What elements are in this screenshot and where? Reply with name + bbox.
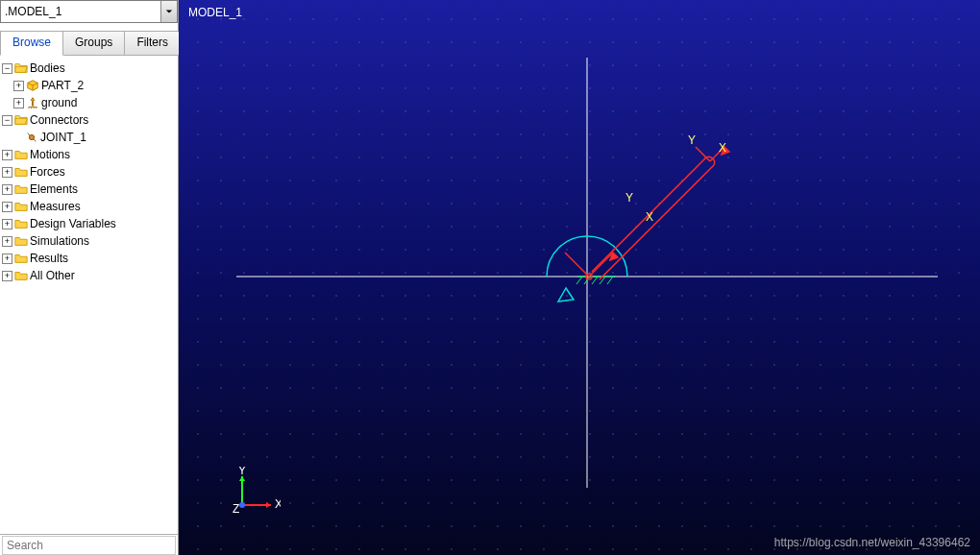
sidebar-tabs: Browse Groups Filters (0, 31, 178, 56)
tree-label: Results (30, 252, 68, 265)
folder-open-icon (14, 61, 28, 75)
tree-label: Motions (30, 148, 70, 161)
folder-closed-icon (14, 217, 28, 230)
tree-node-results[interactable]: + Results (2, 250, 178, 267)
tree-expander[interactable]: + (13, 81, 24, 91)
view-triad: X Y Z (233, 467, 281, 515)
folder-closed-icon (14, 200, 28, 213)
model-tree[interactable]: − Bodies + PART_2 + ground (0, 56, 178, 534)
svg-line-7 (592, 277, 598, 284)
tree-label: PART_2 (41, 79, 84, 92)
tree-node-joint1[interactable]: JOINT_1 (2, 129, 178, 146)
tree-expander[interactable]: + (2, 184, 12, 195)
svg-text:X: X (646, 210, 653, 224)
watermark: https://blog.csdn.net/weixin_43396462 (774, 536, 970, 549)
folder-closed-icon (14, 252, 28, 265)
tree-label: Simulations (30, 234, 89, 248)
tree-label: Elements (30, 182, 78, 196)
tree-expander[interactable]: + (13, 98, 24, 109)
svg-text:X: X (719, 141, 726, 155)
tab-filters[interactable]: Filters (125, 32, 181, 56)
tree-node-part2[interactable]: + PART_2 (2, 77, 178, 94)
scene-overlay: Y X Y X (179, 0, 980, 555)
tree-node-ground[interactable]: + ground (2, 94, 178, 111)
triad-y-label: Y (238, 467, 246, 477)
model-select-input[interactable] (1, 5, 160, 18)
tab-groups[interactable]: Groups (63, 32, 125, 56)
tree-node-simulations[interactable]: + Simulations (2, 232, 178, 250)
search-row (0, 534, 178, 555)
tree-label: Design Variables (30, 217, 116, 230)
chevron-down-icon (165, 8, 173, 15)
app-root: Browse Groups Filters − Bodies + PART_2 (0, 0, 980, 555)
folder-closed-icon (14, 182, 28, 196)
tree-label: Connectors (30, 113, 88, 127)
folder-closed-icon (14, 148, 28, 161)
tree-expander[interactable]: + (2, 271, 12, 281)
ground-icon (26, 96, 39, 109)
tree-label: Measures (30, 200, 81, 213)
svg-line-5 (576, 277, 582, 284)
svg-line-9 (607, 277, 613, 284)
joint-icon (25, 131, 38, 144)
tree-node-all-other[interactable]: + All Other (2, 267, 178, 284)
svg-rect-0 (32, 101, 34, 106)
svg-point-23 (239, 502, 245, 508)
tree-label: JOINT_1 (40, 131, 86, 144)
tab-browse[interactable]: Browse (0, 32, 63, 56)
tree-expander[interactable]: − (2, 63, 12, 74)
tree-node-measures[interactable]: + Measures (2, 198, 178, 215)
tree-expander[interactable]: − (2, 115, 12, 126)
viewport-3d[interactable]: MODEL_1 (179, 0, 980, 555)
tree-expander[interactable]: + (2, 253, 12, 264)
triad-z-label: Z (233, 502, 239, 515)
svg-text:Y: Y (625, 191, 633, 205)
folder-closed-icon (14, 269, 28, 282)
sidebar: Browse Groups Filters − Bodies + PART_2 (0, 0, 179, 555)
svg-line-11 (600, 165, 714, 279)
folder-open-icon (14, 113, 28, 127)
tree-label: ground (41, 96, 77, 109)
tree-node-elements[interactable]: + Elements (2, 181, 178, 198)
tree-node-design-variables[interactable]: + Design Variables (2, 215, 178, 232)
tree-node-connectors[interactable]: − Connectors (2, 111, 178, 129)
svg-text:Y: Y (688, 133, 696, 147)
svg-line-14 (565, 253, 589, 277)
model-select[interactable] (0, 0, 178, 23)
tree-expander[interactable]: + (2, 219, 12, 229)
tree-label: All Other (30, 269, 75, 282)
folder-closed-icon (14, 234, 28, 248)
part-icon (26, 79, 39, 92)
tree-expander[interactable]: + (2, 236, 12, 247)
model-select-dropdown-button[interactable] (160, 1, 177, 22)
svg-line-16 (696, 147, 710, 161)
tree-expander[interactable]: + (2, 202, 12, 212)
search-input[interactable] (2, 536, 176, 555)
tree-node-motions[interactable]: + Motions (2, 146, 178, 163)
tree-label: Bodies (30, 61, 65, 75)
tree-expander[interactable]: + (2, 150, 12, 160)
tree-label: Forces (30, 165, 65, 179)
folder-closed-icon (14, 165, 28, 179)
tree-node-forces[interactable]: + Forces (2, 163, 178, 181)
tree-node-bodies[interactable]: − Bodies (2, 60, 178, 77)
svg-line-13 (589, 253, 613, 277)
triad-x-label: X (275, 497, 281, 511)
tree-expander[interactable]: + (2, 167, 12, 178)
